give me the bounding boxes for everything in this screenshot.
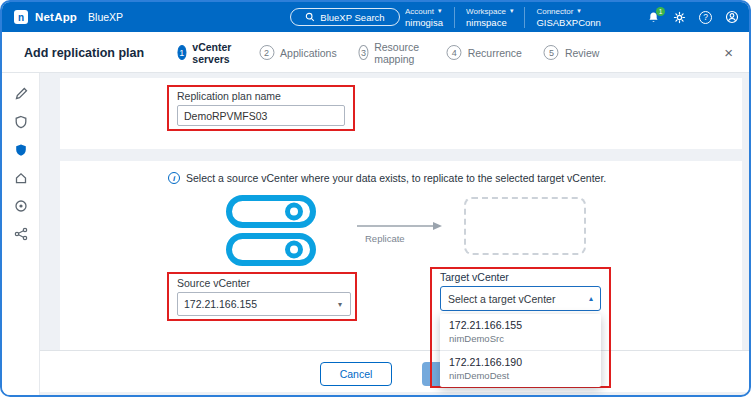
target-option-ip: 172.21.166.155 [449,319,592,331]
target-option-name: nimDemoSrc [449,333,592,344]
wizard-stepper: 1 vCenter servers 2 Applications 3 Resou… [177,32,599,73]
step-number: 1 [177,45,186,60]
product-name: BlueXP [88,11,123,23]
step-applications[interactable]: 2 Applications [259,45,337,60]
annotation-source-vcenter: Source vCenter 172.21.166.155 [167,272,357,321]
sidebar-item-share[interactable] [8,225,34,242]
step-label: vCenter servers [192,41,237,65]
bluexp-search-button[interactable]: BlueXP Search [290,8,400,26]
info-icon [168,172,180,184]
chevron-up-icon [589,294,593,303]
source-servers-illustration [225,194,317,274]
protection-shield-icon [14,143,28,157]
target-vcenter-label: Target vCenter [440,271,509,283]
wizard-title-bar: Add replication plan 1 vCenter servers 2… [2,32,749,73]
target-vcenter-select[interactable]: Select a target vCenter [440,286,601,311]
connector-selector[interactable]: Connector GISABXPConn [524,7,611,28]
arrow-right-icon [357,220,443,232]
search-icon [305,12,315,22]
top-bar: n NetApp BlueXP BlueXP Search Account ni… [2,2,749,32]
source-vcenter-select[interactable]: 172.21.166.155 [177,292,351,316]
shield-icon [14,115,28,129]
connector-label: Connector [536,7,600,16]
step-review[interactable]: 5 Review [544,45,599,60]
workspace-selector[interactable]: Workspace nimspace [454,7,524,28]
help-icon [699,11,712,24]
target-placeholder-box [464,197,586,255]
header-context-groups: Account nimogisa Workspace nimspace Conn… [394,2,612,32]
sidebar-item-shield[interactable] [8,113,34,130]
bluexp-window: n NetApp BlueXP BlueXP Search Account ni… [0,0,751,397]
step-recurrence[interactable]: 4 Recurrence [447,45,522,60]
plan-name-input[interactable] [177,105,345,126]
page-title: Add replication plan [24,32,144,73]
info-row: Select a source vCenter where your data … [168,172,606,184]
target-option-1[interactable]: 172.21.166.155 nimDemoSrc [440,314,601,350]
cancel-button[interactable]: Cancel [320,362,392,386]
account-selector[interactable]: Account nimogisa [394,7,454,28]
notifications-button[interactable]: 1 [647,11,660,24]
workspace-value: nimspace [466,17,513,28]
step-number: 3 [359,45,368,60]
target-option-name: nimDemoDest [449,370,592,381]
target-vcenter-placeholder: Select a target vCenter [448,293,555,305]
source-vcenter-value: 172.21.166.155 [184,298,257,310]
sidebar-item-edit[interactable] [8,85,34,102]
home-icon [14,171,28,185]
replicate-label: Replicate [365,233,405,244]
step-label: Applications [280,47,337,59]
vcenter-selection-card: Select a source vCenter where your data … [60,161,742,350]
search-label: BlueXP Search [320,12,384,23]
sidebar-item-protection-active[interactable] [8,141,34,158]
edit-icon [14,87,28,101]
target-option-ip: 172.21.166.190 [449,356,592,368]
chevron-down-icon [338,300,342,309]
user-menu-button[interactable] [725,10,739,24]
left-sidebar [2,73,40,395]
step-label: Review [565,47,599,59]
plan-name-label: Replication plan name [177,90,281,102]
help-button[interactable] [699,11,712,24]
header-icons: 1 [647,2,739,32]
step-vcenter-servers[interactable]: 1 vCenter servers [177,41,237,65]
target-icon [14,199,28,213]
user-icon [725,10,739,24]
account-label: Account [405,7,443,16]
step-label: Resource mapping [374,41,425,65]
step-label: Recurrence [468,47,522,59]
share-icon [14,227,28,241]
brand-name: NetApp [35,11,77,23]
gear-icon [673,11,686,24]
sidebar-item-home[interactable] [8,169,34,186]
connector-value: GISABXPConn [536,17,600,28]
source-vcenter-label: Source vCenter [177,277,250,289]
settings-button[interactable] [673,11,686,24]
plan-name-card: Replication plan name [60,78,742,149]
step-number: 4 [447,45,462,60]
step-number: 2 [259,45,274,60]
annotation-plan-name: Replication plan name [167,85,355,131]
step-number: 5 [544,45,559,60]
target-option-2[interactable]: 172.21.166.190 nimDemoDest [440,351,601,387]
wizard-footer: Cancel Next [40,350,749,392]
account-value: nimogisa [405,17,443,28]
close-wizard-button[interactable]: × [724,32,733,73]
notification-badge: 1 [656,7,665,16]
brand: n NetApp BlueXP [14,2,123,32]
netapp-logo-icon: n [14,10,28,24]
info-text: Select a source vCenter where your data … [186,172,606,184]
step-resource-mapping[interactable]: 3 Resource mapping [359,41,425,65]
annotation-target-vcenter: Target vCenter Select a target vCenter 1… [430,267,611,388]
servers-icon [225,194,317,270]
target-vcenter-menu: 172.21.166.155 nimDemoSrc 172.21.166.190… [440,314,601,387]
workspace-label: Workspace [466,7,513,16]
sidebar-item-target[interactable] [8,197,34,214]
